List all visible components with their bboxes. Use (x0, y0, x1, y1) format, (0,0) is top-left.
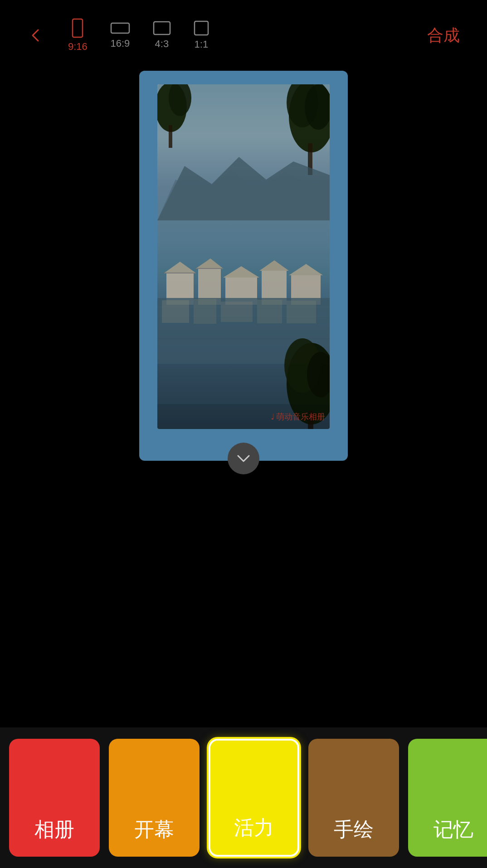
svg-rect-0 (73, 19, 83, 37)
ratio-1-1[interactable]: 1:1 (194, 20, 209, 50)
category-opening[interactable]: 开幕 (109, 739, 200, 857)
back-button[interactable] (27, 26, 45, 44)
ratio-1-1-label: 1:1 (195, 39, 209, 50)
category-opening-label: 开幕 (134, 816, 174, 843)
category-memory[interactable]: 记忆 (408, 739, 487, 857)
svg-rect-1 (111, 23, 129, 33)
toolbar-left: 9:16 16:9 4:3 (27, 18, 209, 53)
category-memory-label: 记忆 (433, 816, 473, 843)
phone-frame: ♩ 萌动音乐相册 (139, 71, 348, 461)
ratio-9-16-label: 9:16 (68, 41, 88, 53)
ratio-1-1-icon (194, 20, 209, 36)
category-bar: 相册 开幕 活力 手绘 记忆 (0, 727, 487, 868)
ratio-16-9-icon (110, 21, 130, 35)
ratio-16-9-label: 16:9 (110, 38, 130, 49)
toolbar: 9:16 16:9 4:3 (0, 0, 487, 62)
category-handpaint[interactable]: 手绘 (308, 739, 399, 857)
ratio-4-3-icon (153, 21, 171, 35)
category-handpaint-label: 手绘 (334, 816, 374, 843)
category-album[interactable]: 相册 (9, 739, 100, 857)
back-arrow-icon (27, 26, 45, 44)
dark-overlay (157, 84, 330, 429)
ratio-4-3-label: 4:3 (155, 38, 169, 50)
svg-rect-2 (154, 22, 170, 34)
category-vitality-label: 活力 (234, 814, 274, 841)
category-album-label: 相册 (34, 816, 74, 843)
category-vitality[interactable]: 活力 (209, 739, 299, 857)
svg-rect-3 (195, 21, 208, 35)
ratio-9-16-icon (71, 18, 84, 38)
chevron-button[interactable] (228, 443, 259, 474)
photo-container: ♩ 萌动音乐相册 (157, 84, 330, 429)
watermark-text: 萌动音乐相册 (276, 411, 325, 422)
preview-area: ♩ 萌动音乐相册 (0, 62, 487, 461)
synth-button[interactable]: 合成 (427, 24, 460, 47)
ratio-9-16[interactable]: 9:16 (68, 18, 88, 53)
watermark-icon: ♩ (271, 412, 274, 422)
ratio-4-3[interactable]: 4:3 (153, 21, 171, 50)
ratio-16-9[interactable]: 16:9 (110, 21, 130, 49)
watermark: ♩ 萌动音乐相册 (157, 404, 330, 429)
photo-scene: ♩ 萌动音乐相册 (157, 84, 330, 429)
